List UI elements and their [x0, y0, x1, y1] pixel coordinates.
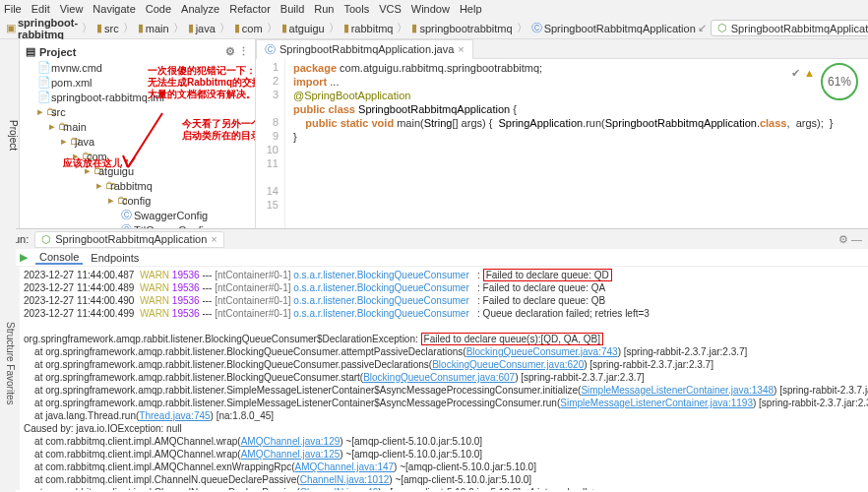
tree-item[interactable]: ▸ 🗀java: [20, 134, 255, 149]
bc-java[interactable]: java: [196, 23, 216, 34]
run-tab-label: SpringbootRabbitmqApplication: [55, 233, 207, 245]
close-tab-icon[interactable]: ×: [458, 43, 464, 55]
project-tree[interactable]: ▤ Project ⚙ ⋮ 📄mvnw.cmd📄pom.xml📄springbo…: [20, 39, 256, 228]
bc-rabbitmq[interactable]: rabbitmq: [351, 23, 394, 34]
project-header-label: Project: [39, 46, 76, 58]
bc-src[interactable]: src: [104, 23, 119, 34]
editor: Ⓒ SpringbootRabbitmqApplication.java × 1…: [256, 39, 868, 228]
add-config-icon[interactable]: ↙: [698, 22, 707, 34]
menu-tools[interactable]: Tools: [343, 3, 369, 15]
tree-item[interactable]: 📄springboot-rabbitmq.iml: [20, 90, 255, 104]
bc-main[interactable]: main: [146, 23, 169, 34]
class-icon: Ⓒ: [265, 42, 276, 57]
tree-item[interactable]: 📄pom.xml: [20, 75, 255, 90]
code-area[interactable]: 1238910111415 package com.atguigu.rabbit…: [256, 59, 868, 228]
console-tab[interactable]: Console: [35, 251, 83, 265]
menu-view[interactable]: View: [60, 3, 84, 15]
tree-tools-icon[interactable]: ⚙ ⋮: [225, 45, 249, 58]
inspect-icon[interactable]: ✔: [791, 67, 800, 80]
console-output[interactable]: 2023-12-27 11:44:00.487 WARN 19536 --- […: [20, 267, 868, 490]
tree-item[interactable]: ▸ 🗀com: [20, 149, 255, 163]
tree-item[interactable]: ▸ 🗀main: [20, 119, 255, 134]
menu-bar: File Edit View Navigate Code Analyze Ref…: [0, 0, 868, 18]
run-toolwindow: Run: ⬡ SpringbootRabbitmqApplication × ⚙…: [0, 228, 868, 490]
coverage-meter: 61%: [821, 63, 858, 100]
menu-navigate[interactable]: Navigate: [93, 3, 135, 15]
project-tab-label: Project: [8, 120, 19, 151]
project-toolwindow-stripe[interactable]: Project: [0, 39, 20, 228]
close-run-tab-icon[interactable]: ×: [211, 233, 217, 245]
tree-item[interactable]: ⒸTtlQueueConfig: [20, 222, 255, 228]
project-icon: ▣: [6, 22, 16, 34]
tree-item[interactable]: ▸ 🗀rabbitmq: [20, 178, 255, 193]
tree-item[interactable]: ▸ 🗀config: [20, 193, 255, 208]
run-tab[interactable]: ⬡ SpringbootRabbitmqApplication ×: [34, 231, 224, 248]
menu-run[interactable]: Run: [314, 3, 334, 15]
spring-icon: ⬡: [41, 233, 51, 246]
tools-col-icon[interactable]: ▶: [20, 251, 28, 264]
tree-item[interactable]: ⒸSwaggerConfig: [20, 208, 255, 222]
menu-window[interactable]: Window: [411, 3, 450, 15]
tree-item[interactable]: ▸ 🗀src: [20, 104, 255, 119]
menu-help[interactable]: Help: [460, 3, 482, 15]
menu-file[interactable]: File: [4, 3, 22, 15]
menu-edit[interactable]: Edit: [31, 3, 50, 15]
left-stripe[interactable]: Structure Favorites: [0, 228, 16, 492]
menu-refactor[interactable]: Refactor: [229, 3, 271, 15]
bc-com[interactable]: com: [242, 23, 263, 34]
endpoints-tab[interactable]: Endpoints: [91, 252, 139, 264]
bc-atguigu[interactable]: atguigu: [289, 23, 325, 34]
warn-icon[interactable]: ▲: [804, 67, 815, 80]
bc-sboot[interactable]: springbootrabbitmq: [419, 23, 512, 34]
run-config-dropdown[interactable]: ⬡ SpringbootRabbitmqApplication ▾: [711, 20, 868, 36]
menu-analyze[interactable]: Analyze: [181, 3, 219, 15]
bc-class[interactable]: SpringbootRabbitmqApplication: [544, 23, 696, 34]
folder-icon: ▤: [26, 45, 35, 58]
tree-item[interactable]: 📄mvnw.cmd: [20, 60, 255, 75]
menu-vcs[interactable]: VCS: [379, 3, 402, 15]
breadcrumb-root[interactable]: springboot-rabbitmq: [18, 17, 78, 40]
editor-tab[interactable]: Ⓒ SpringbootRabbitmqApplication.java ×: [256, 39, 473, 59]
tree-item[interactable]: ▸ 🗀atguigu: [20, 163, 255, 178]
menu-code[interactable]: Code: [146, 3, 171, 15]
run-config-label: SpringbootRabbitmqApplication: [731, 23, 868, 34]
run-settings-icon[interactable]: ⚙ —: [838, 233, 862, 246]
editor-tab-label: SpringbootRabbitmqApplication.java: [279, 43, 454, 55]
breadcrumb-toolbar: ▣ springboot-rabbitmq 〉▮src 〉▮main 〉▮jav…: [0, 18, 868, 39]
menu-build[interactable]: Build: [280, 3, 304, 15]
